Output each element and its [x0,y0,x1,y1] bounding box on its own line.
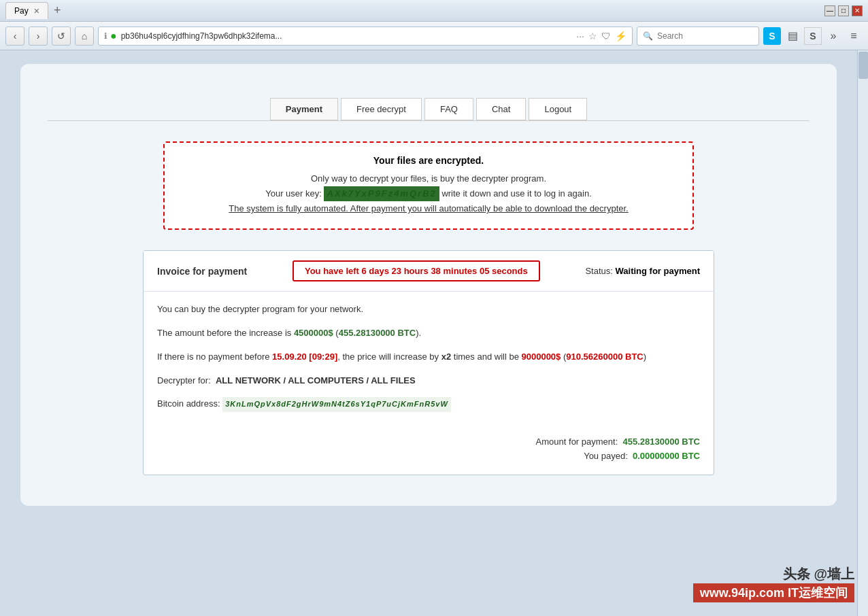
skype-icon-2[interactable]: S [804,27,822,45]
search-bar[interactable]: 🔍 [637,27,759,46]
shield-icon: 🛡 [601,31,611,41]
scrollbar[interactable] [857,50,868,616]
spark-icon: ⚡ [615,31,627,41]
invoice-body: You can buy the decrypter program for yo… [144,292,714,432]
minimize-button[interactable]: — [824,5,835,16]
home-button[interactable]: ⌂ [75,27,94,46]
encrypted-title: Your files are encrypted. [181,155,676,166]
search-icon: 🔍 [643,31,653,41]
page-area: Payment Free decrypt FAQ Chat Logout You… [0,50,857,616]
payment-amounts: Amount for payment: 455.28130000 BTC You… [536,437,700,465]
forward-icon: › [37,31,40,41]
timer-text: You have left 6 days 23 hours 38 minutes… [305,266,528,276]
skype-icon-1[interactable]: S [763,27,781,45]
tab-title: Pay [14,6,29,16]
invoice-line3: If there is no payment before 15.09.20 [… [157,350,700,364]
titlebar-left: Pay × + [5,2,61,19]
encrypted-line3: The system is fully automated. After pay… [181,201,676,216]
reader-view-icon[interactable]: ▤ [784,27,801,45]
bitcoin-label: Bitcoin address: [157,398,220,409]
tab-payment[interactable]: Payment [270,98,338,120]
invoice-box: Invoice for payment You have left 6 days… [143,250,714,475]
status-label: Status: [585,266,612,276]
invoice-footer: Amount for payment: 455.28130000 BTC You… [144,432,714,475]
bookmark-icon[interactable]: ☆ [588,31,597,41]
reload-button[interactable]: ↺ [52,27,71,46]
encrypted-body: Only way to decrypt your files, is buy t… [181,171,676,216]
forward-button[interactable]: › [29,27,48,46]
info-icon: ℹ [104,31,107,41]
new-tab-btn[interactable]: + [54,3,61,18]
tab-logout[interactable]: Logout [529,98,587,120]
toolbar-icons: S ▤ S » ≡ [763,27,863,45]
green-dot-icon: ● [110,30,117,42]
reload-icon: ↺ [57,31,65,41]
search-input[interactable] [657,31,753,41]
you-payed-value: 0.00000000 BTC [633,451,700,461]
encrypted-notice-box: Your files are encrypted. Only way to de… [163,141,694,230]
close-button[interactable]: ✕ [852,5,863,16]
decrypter-scope: ALL NETWORK / ALL COMPUTERS / ALL FILES [216,375,416,386]
scrollbar-thumb[interactable] [858,52,868,79]
back-button[interactable]: ‹ [5,27,24,46]
tab-chat[interactable]: Chat [476,98,526,120]
address-right-icons: ··· ☆ 🛡 ⚡ [576,31,627,41]
address-text: pb36hu4spl6cyjdfhing7h3pw6dhpk32ifema... [121,31,573,41]
you-payed-line: You payed: 0.00000000 BTC [536,451,700,461]
invoice-deadline: 15.09.20 [09:29] [272,352,337,362]
amount-for-payment-value: 455.28130000 BTC [623,437,700,447]
invoice-multiplier: x2 [441,352,451,362]
status-area: Status: Waiting for payment [585,266,700,276]
window-controls: — □ ✕ [824,5,863,16]
invoice-line3-prefix: If there is no payment before [157,352,272,362]
you-payed-label: You payed: [584,451,628,461]
invoice-header: Invoice for payment You have left 6 days… [144,251,714,292]
invoice-amount2-btc: 910.56260000 BTC [566,352,643,362]
titlebar: Pay × + — □ ✕ [0,0,868,22]
encrypted-line1: Only way to decrypt your files, is buy t… [181,171,676,186]
maximize-button[interactable]: □ [838,5,849,16]
user-key-suffix: write it down and use it to log in again… [439,188,592,199]
encrypted-line2: Your user key: AXk7YxP9Fz​4mQ​rB2 write … [181,186,676,201]
invoice-line2-prefix: The amount before the increase is [157,328,294,338]
invoice-amount-usd: 4500000$ [294,328,333,338]
invoice-title: Invoice for payment [157,266,247,277]
amount-for-payment-line: Amount for payment: 455.28130000 BTC [536,437,700,447]
back-icon: ‹ [14,31,17,41]
browser-content: Payment Free decrypt FAQ Chat Logout You… [0,50,868,616]
invoice-line3-mid2: times and will be [451,352,521,362]
timer-box: You have left 6 days 23 hours 38 minutes… [293,260,540,281]
invoice-line2: The amount before the increase is 450000… [157,326,700,341]
page-container: Payment Free decrypt FAQ Chat Logout You… [20,64,837,506]
user-key-prefix: Your user key: [265,188,324,199]
invoice-amount2-usd: 9000000$ [521,352,561,362]
invoice-line1: You can buy the decrypter program for yo… [157,303,700,317]
more-options-icon[interactable]: ··· [576,31,584,41]
decrypter-label: Decrypter for: [157,375,211,386]
tab-free-decrypt[interactable]: Free decrypt [341,98,422,120]
tab-faq[interactable]: FAQ [424,98,473,120]
status-value: Waiting for payment [616,266,700,276]
user-key-value: AXk7YxP9Fz​4mQ​rB2 [324,186,439,201]
invoice-line2-suffix: ). [416,328,421,338]
page-nav-tabs: Payment Free decrypt FAQ Chat Logout [48,98,809,121]
navbar: ‹ › ↺ ⌂ ℹ ● pb36hu4spl6cyjdfhing7h3pw6dh… [0,22,868,50]
tab-close-btn[interactable]: × [34,5,39,16]
invoice-amount-btc: 455.28130000 BTC [339,328,416,338]
invoice-line3-mid: , the price will increase by [337,352,441,362]
address-bar[interactable]: ℹ ● pb36hu4spl6cyjdfhing7h3pw6dhpk32ifem… [98,27,633,46]
address-bar-security-icons: ℹ ● [104,30,117,42]
menu-icon[interactable]: ≡ [845,27,863,45]
bitcoin-address: 3KnLmQpVx8dF​2gHrW9mN​4tZ6sY1qP​7uCj​KmF… [222,397,451,412]
amount-for-payment-label: Amount for payment: [536,437,618,447]
home-icon: ⌂ [82,31,87,41]
invoice-bitcoin-line: Bitcoin address: 3KnLmQpVx8dF​2gHrW9mN​4… [157,397,700,412]
browser-tab[interactable]: Pay × [5,2,48,19]
invoice-decrypter-line: Decrypter for: ALL NETWORK / ALL COMPUTE… [157,374,700,388]
more-extensions-icon[interactable]: » [824,27,842,45]
auto-link-text: The system is fully automated. After pay… [229,203,628,213]
